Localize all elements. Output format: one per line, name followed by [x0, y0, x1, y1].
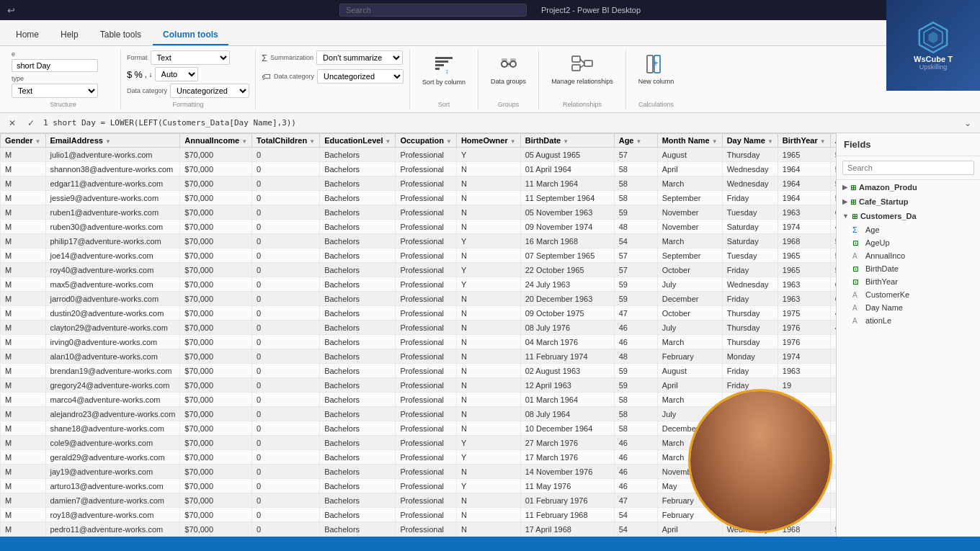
col-children[interactable]: TotalChildren ▼: [252, 134, 320, 148]
format-select[interactable]: Text General Number Currency Date: [151, 50, 230, 65]
table-cell: Bachelors: [320, 292, 396, 306]
table-row: Mjulio1@adventure-works.com$70,0000Bache…: [1, 148, 837, 162]
table-cell: Thursday: [722, 306, 778, 321]
tab-help[interactable]: Help: [50, 25, 89, 45]
formula-close-button[interactable]: ✕: [6, 117, 19, 130]
tab-table-tools[interactable]: Table tools: [90, 25, 151, 45]
table-cell: N: [456, 191, 520, 205]
field-ageup[interactable]: ⊡ AgeUp: [837, 236, 980, 249]
col-monthname[interactable]: Month Name ▼: [657, 134, 722, 148]
table-cell: 58: [614, 176, 657, 191]
field-customerkey-label: CustomerKe: [865, 290, 909, 299]
field-birthyear[interactable]: ⊡ BirthYear: [837, 275, 980, 288]
col-gender[interactable]: Gender ▼: [1, 134, 46, 148]
sort-by-column-button[interactable]: ↕ Sort by column: [416, 50, 472, 89]
field-birthdate[interactable]: ⊡ BirthDate: [837, 262, 980, 275]
table-cell: 58: [614, 407, 657, 421]
table-cell: N: [456, 205, 520, 220]
field-group-amazon-header[interactable]: ▶ ⊞ Amazon_Produ: [837, 180, 980, 194]
table-cell: $70,000: [180, 148, 252, 162]
table-cell: $70,000: [180, 263, 252, 277]
table-cell: $70,000: [180, 421, 252, 436]
col-email[interactable]: EmailAddress ▼: [45, 134, 180, 148]
field-group-cafe-header[interactable]: ▶ ⊞ Cafe_Startup: [837, 194, 980, 209]
svg-line-16: [580, 65, 584, 68]
col-education[interactable]: EducationLevel ▼: [320, 134, 396, 148]
table-cell: N: [456, 335, 520, 349]
field-dayname[interactable]: A Day Name: [837, 301, 980, 314]
table-cell: 47: [830, 321, 836, 335]
table-cell: Bachelors: [320, 277, 396, 292]
data-category-select[interactable]: Uncategorized Address City Continent Cou…: [170, 84, 249, 98]
data-groups-button[interactable]: Data groups: [484, 50, 533, 89]
text-field-icon4: A: [852, 317, 863, 325]
comma-icon: ,: [145, 71, 147, 79]
table-cell: N: [456, 162, 520, 176]
table-cell: Friday: [722, 364, 778, 378]
table-cell: Bachelors: [320, 407, 396, 421]
data-category-select2[interactable]: Uncategorized: [317, 69, 404, 84]
table-cell: $70,000: [180, 393, 252, 407]
col-homeowner[interactable]: HomeOwner ▼: [456, 134, 520, 148]
table-cell: September: [657, 248, 722, 263]
formatting-label: Formatting: [127, 98, 249, 108]
table-cell: 0: [252, 465, 320, 479]
table-cell: $70,000: [180, 292, 252, 306]
table-cell: N: [456, 349, 520, 364]
table-cell: 0: [252, 191, 320, 205]
table-cell: roy40@adventure-works.com: [45, 263, 180, 277]
formula-expand-button[interactable]: ⌄: [961, 117, 974, 130]
table-cell: 46: [614, 450, 657, 465]
table-cell: Bachelors: [320, 248, 396, 263]
table-cell: Y: [456, 234, 520, 248]
col-income[interactable]: AnnualIncome ▼: [180, 134, 252, 148]
type-group: type Text Whole Number Decimal Number Da…: [12, 75, 115, 98]
summarization-select[interactable]: Don't summarize Sum Average Minimum Maxi…: [316, 50, 403, 65]
table-cell: [830, 393, 836, 407]
new-column-button[interactable]: + New column: [632, 50, 681, 89]
col-dayname[interactable]: Day Name ▼: [722, 134, 778, 148]
title-text: Project2 - Power BI Desktop: [541, 6, 641, 14]
field-ationle[interactable]: A ationLe: [837, 314, 980, 327]
col-occupation[interactable]: Occupation ▼: [396, 134, 456, 148]
table-cell: Bachelors: [320, 508, 396, 522]
table-cell: M: [1, 393, 46, 407]
title-search-input[interactable]: [339, 4, 527, 17]
table-cell: Y: [456, 263, 520, 277]
tab-home[interactable]: Home: [6, 25, 49, 45]
type-select[interactable]: Text Whole Number Decimal Number Date Da…: [12, 84, 98, 98]
table-cell: Bachelors: [320, 421, 396, 436]
table-cell: M: [1, 205, 46, 220]
table-cell: gregory24@adventure-works.com: [45, 378, 180, 393]
table-cell: 19: [778, 378, 830, 393]
col-birthdate[interactable]: BirthDate ▼: [520, 134, 614, 148]
undo-icon[interactable]: ↩: [7, 5, 15, 16]
table-cell: 16 March 1968: [520, 234, 614, 248]
table-cell: Friday: [722, 263, 778, 277]
table-row: Mjessie9@adventure-works.com$70,0000Bach…: [1, 191, 837, 205]
field-annualincome[interactable]: A AnnualInco: [837, 249, 980, 262]
manage-relationships-button[interactable]: Manage relationships: [545, 50, 620, 89]
formula-confirm-button[interactable]: ✓: [24, 117, 37, 130]
fields-search-input[interactable]: [842, 161, 974, 175]
table-cell: April: [657, 378, 722, 393]
col-ageup[interactable]: AgeUp ▼: [830, 134, 836, 148]
svg-rect-3: [435, 57, 453, 59]
table-cell: Bachelors: [320, 191, 396, 205]
tab-column-tools[interactable]: Column tools: [153, 25, 228, 45]
col-birthyear[interactable]: BirthYear ▼: [778, 134, 830, 148]
table-row: Mdustin20@adventure-works.com$70,0000Bac…: [1, 306, 837, 321]
field-age[interactable]: Σ Age: [837, 223, 980, 236]
auto-select[interactable]: Auto 0 1 2: [155, 67, 198, 81]
sigma-icon: Σ: [852, 225, 863, 234]
percent-icon: %: [134, 69, 143, 80]
table-cell: 48: [614, 220, 657, 234]
table-cell: 0: [252, 349, 320, 364]
table-cell: arturo13@adventure-works.com: [45, 479, 180, 493]
field-annualincome-label: AnnualInco: [865, 251, 905, 260]
field-customerkey[interactable]: A CustomerKe: [837, 288, 980, 301]
field-name-input[interactable]: [12, 59, 98, 72]
field-group-customers-header[interactable]: ▼ ⊞ Customers_Da: [837, 209, 980, 223]
col-age[interactable]: Age ▼: [614, 134, 657, 148]
table-cell: 0: [252, 522, 320, 537]
